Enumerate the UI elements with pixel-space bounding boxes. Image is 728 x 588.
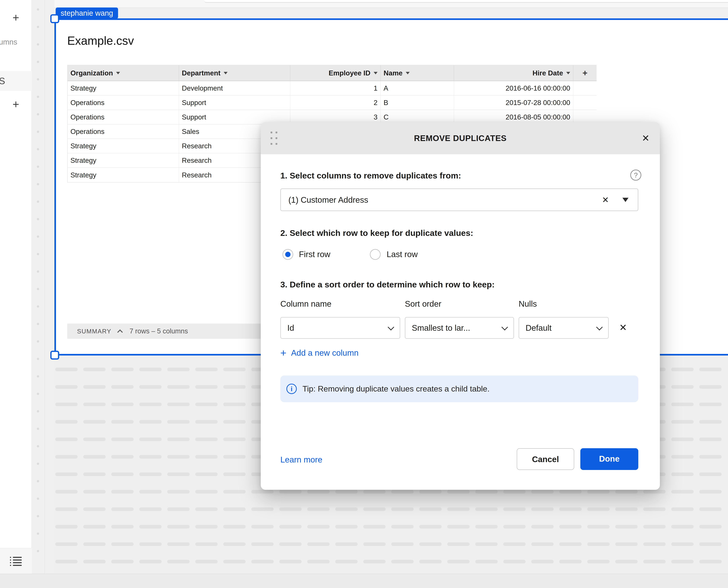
placeholder-bar bbox=[167, 490, 190, 493]
column-header-employee-id[interactable]: Employee ID bbox=[290, 65, 381, 81]
sort-order-select[interactable]: Smallest to lar... bbox=[405, 317, 514, 339]
table-cell[interactable]: Operations bbox=[68, 96, 179, 110]
table-cell[interactable]: 2015-07-28 00:00:00 bbox=[454, 96, 574, 110]
placeholder-bar bbox=[475, 525, 498, 528]
radio-unselected[interactable] bbox=[370, 249, 380, 260]
placeholder-bar bbox=[559, 490, 582, 493]
cancel-button[interactable]: Cancel bbox=[517, 448, 574, 470]
collaborator-cursor-tag: stephanie wang bbox=[56, 7, 118, 19]
placeholder-bar bbox=[503, 560, 525, 563]
done-button[interactable]: Done bbox=[580, 448, 638, 470]
table-cell[interactable]: B bbox=[381, 96, 454, 110]
radio-label[interactable]: First row bbox=[299, 249, 330, 259]
learn-more-link[interactable]: Learn more bbox=[280, 455, 322, 464]
placeholder-bar bbox=[83, 438, 106, 441]
placeholder-bar bbox=[699, 368, 722, 371]
placeholder-bar bbox=[55, 455, 78, 459]
table-cell[interactable]: Operations bbox=[68, 110, 179, 124]
placeholder-bar bbox=[83, 420, 106, 424]
sidebar-add-button-top[interactable]: + bbox=[0, 11, 32, 24]
help-icon[interactable]: ? bbox=[630, 170, 641, 181]
placeholder-bar bbox=[671, 560, 693, 563]
placeholder-bar bbox=[671, 420, 693, 424]
placeholder-bar bbox=[223, 455, 246, 459]
table-cell[interactable]: 2016-06-16 00:00:00 bbox=[454, 81, 574, 95]
sidebar-item-selected[interactable]: S bbox=[0, 71, 32, 91]
table-cell[interactable]: Support bbox=[179, 96, 291, 110]
placeholder-bar bbox=[195, 368, 217, 371]
placeholder-bar bbox=[111, 472, 133, 476]
placeholder-bar bbox=[671, 472, 693, 476]
placeholder-bar bbox=[699, 490, 722, 493]
add-column-button[interactable]: + bbox=[574, 65, 597, 81]
placeholder-bar bbox=[699, 507, 722, 511]
placeholder-bar bbox=[111, 420, 133, 424]
table-cell[interactable]: Strategy bbox=[68, 139, 179, 153]
column-name-select[interactable]: Id bbox=[280, 317, 400, 339]
placeholder-bar bbox=[391, 507, 414, 511]
table-cell[interactable]: Development bbox=[179, 81, 291, 95]
placeholder-bar bbox=[307, 507, 330, 511]
placeholder-bar bbox=[279, 525, 301, 528]
table-row[interactable]: OperationsSupport2B2015-07-28 00:00:00 bbox=[68, 96, 597, 110]
placeholder-bar bbox=[419, 560, 442, 563]
column-name-value: Id bbox=[287, 323, 387, 333]
remove-sort-row-icon[interactable]: ✕ bbox=[619, 317, 627, 339]
column-header-department[interactable]: Department bbox=[179, 65, 291, 81]
placeholder-bar bbox=[307, 542, 330, 546]
placeholder-bar bbox=[419, 525, 442, 528]
placeholder-bar bbox=[195, 490, 217, 493]
clear-selection-icon[interactable]: ✕ bbox=[602, 195, 609, 205]
sidebar-item-columns-truncated[interactable]: umns bbox=[0, 38, 17, 46]
placeholder-bar bbox=[447, 542, 470, 546]
chevron-down-icon bbox=[388, 324, 394, 331]
table-row[interactable]: StrategyDevelopment1A2016-06-16 00:00:00 bbox=[68, 81, 597, 96]
canvas-upper-gutter bbox=[55, 8, 728, 18]
placeholder-bar bbox=[699, 420, 722, 424]
radio-label[interactable]: Last row bbox=[387, 249, 418, 259]
placeholder-bar bbox=[335, 507, 358, 511]
placeholder-bar bbox=[643, 507, 666, 511]
placeholder-bar bbox=[699, 560, 722, 563]
placeholder-bar bbox=[111, 368, 133, 371]
gutter-divider bbox=[45, 0, 45, 574]
placeholder-bar bbox=[643, 542, 666, 546]
sort-caret-icon[interactable] bbox=[566, 72, 570, 75]
column-header-organization[interactable]: Organization bbox=[68, 65, 179, 81]
nulls-select[interactable]: Default bbox=[519, 317, 609, 339]
chevron-up-icon[interactable] bbox=[117, 329, 123, 335]
sort-caret-icon[interactable] bbox=[224, 72, 228, 75]
close-icon[interactable]: ✕ bbox=[642, 122, 649, 154]
placeholder-bar bbox=[531, 490, 554, 493]
placeholder-bar bbox=[307, 490, 330, 493]
sort-caret-icon[interactable] bbox=[374, 72, 378, 75]
placeholder-bar bbox=[195, 542, 217, 546]
placeholder-bar bbox=[111, 385, 133, 389]
sidebar-add-button-second[interactable]: + bbox=[0, 98, 32, 111]
table-cell[interactable]: Strategy bbox=[68, 153, 179, 167]
multiselect-value: (1) Customer Address bbox=[288, 195, 602, 205]
placeholder-bar bbox=[223, 490, 246, 493]
placeholder-bar bbox=[363, 490, 386, 493]
sort-caret-icon[interactable] bbox=[406, 72, 410, 75]
list-outline-icon[interactable] bbox=[10, 557, 22, 566]
column-header-name[interactable]: Name bbox=[381, 65, 454, 81]
sort-caret-icon[interactable] bbox=[116, 72, 120, 75]
add-new-column-link[interactable]: + Add a new column bbox=[280, 347, 358, 359]
placeholder-bar bbox=[559, 507, 582, 511]
placeholder-bar bbox=[195, 560, 217, 563]
selection-handle-top-left[interactable] bbox=[50, 14, 59, 23]
table-cell[interactable]: Strategy bbox=[68, 81, 179, 95]
table-cell[interactable]: Operations bbox=[68, 124, 179, 139]
selection-handle-bottom-left[interactable] bbox=[50, 351, 59, 360]
table-cell[interactable]: Strategy bbox=[68, 168, 179, 182]
table-cell[interactable]: A bbox=[381, 81, 454, 95]
columns-multiselect[interactable]: (1) Customer Address ✕ bbox=[280, 188, 638, 211]
placeholder-bar bbox=[447, 507, 470, 511]
table-cell[interactable]: 2 bbox=[290, 96, 381, 110]
radio-selected[interactable] bbox=[283, 249, 293, 260]
column-header-hire-date[interactable]: Hire Date bbox=[454, 65, 574, 81]
dropdown-caret-icon[interactable] bbox=[622, 198, 628, 202]
table-cell[interactable]: 1 bbox=[290, 81, 381, 95]
placeholder-bar bbox=[223, 385, 246, 389]
